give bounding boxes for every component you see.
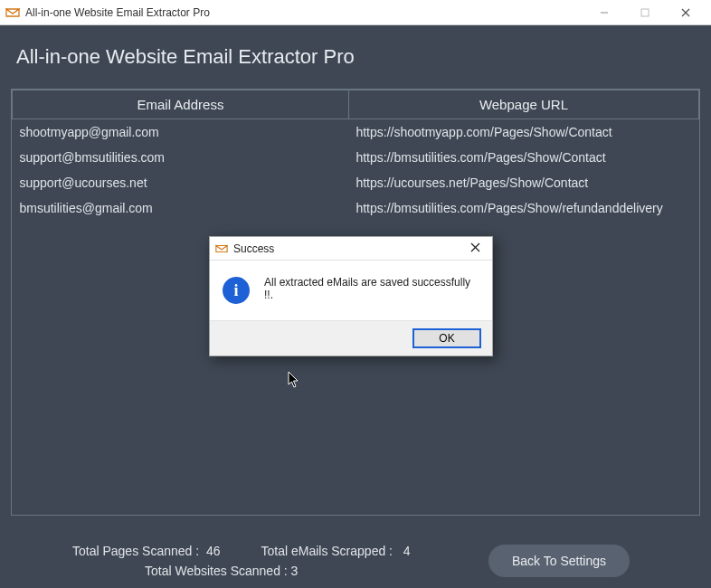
col-email-header[interactable]: Email Address <box>13 90 349 119</box>
svg-rect-1 <box>641 9 649 16</box>
websites-scanned-stat: Total Websites Scanned : 3 <box>145 561 298 581</box>
back-to-settings-button[interactable]: Back To Settings <box>488 545 630 577</box>
dialog-titlebar[interactable]: Success <box>210 237 492 261</box>
table-row[interactable]: support@ucourses.nethttps://ucourses.net… <box>13 170 699 195</box>
table-row[interactable]: bmsutilities@gmail.comhttps://bmsutiliti… <box>13 195 699 221</box>
window-titlebar: All-in-one Website Email Extractor Pro <box>0 0 711 25</box>
dialog-message: All extracted eMails are saved successfu… <box>264 275 479 301</box>
page-title: All-in-one Website Email Extractor Pro <box>11 45 700 69</box>
maximize-button[interactable] <box>624 0 665 25</box>
success-dialog: Success i All extracted eMails are saved… <box>209 236 493 356</box>
dialog-close-button[interactable] <box>463 242 487 255</box>
cell-url: https://ucourses.net/Pages/Show/Contact <box>348 170 698 195</box>
cell-email: support@ucourses.net <box>13 170 349 195</box>
table-row[interactable]: support@bmsutilities.comhttps://bmsutili… <box>13 145 699 170</box>
close-button[interactable] <box>665 0 706 25</box>
pages-scanned-stat: Total Pages Scanned : 46 <box>72 541 220 561</box>
cell-url: https://shootmyapp.com/Pages/Show/Contac… <box>348 119 698 146</box>
dialog-title: Success <box>233 242 463 255</box>
cell-url: https://bmsutilities.com/Pages/Show/refu… <box>348 195 698 221</box>
results-table: Email Address Webpage URL shootmyapp@gma… <box>12 90 699 221</box>
emails-scrapped-stat: Total eMails Scrapped : 4 <box>261 541 410 561</box>
info-icon: i <box>223 277 250 304</box>
cell-email: bmsutilities@gmail.com <box>13 195 349 221</box>
dialog-app-icon <box>215 242 228 255</box>
table-row[interactable]: shootmyapp@gmail.comhttps://shootmyapp.c… <box>13 119 699 146</box>
cell-url: https://bmsutilities.com/Pages/Show/Cont… <box>348 145 698 170</box>
col-url-header[interactable]: Webpage URL <box>348 90 698 119</box>
app-icon <box>5 5 20 20</box>
window-title: All-in-one Website Email Extractor Pro <box>25 6 583 19</box>
cell-email: shootmyapp@gmail.com <box>13 119 349 146</box>
cell-email: support@bmsutilities.com <box>13 145 349 170</box>
ok-button[interactable]: OK <box>412 328 481 348</box>
status-bar: Total Pages Scanned : 46 Total eMails Sc… <box>0 538 711 583</box>
minimize-button[interactable] <box>583 0 624 25</box>
window-controls <box>583 0 706 25</box>
